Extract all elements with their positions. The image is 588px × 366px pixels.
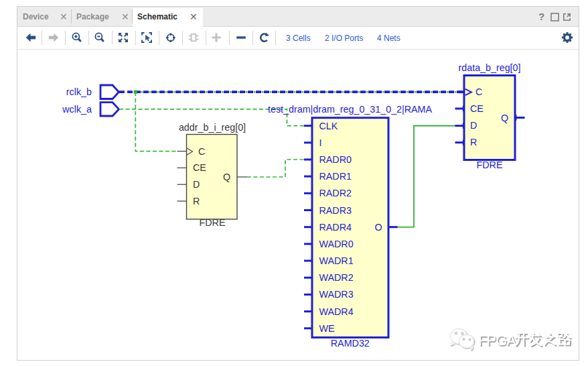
svg-text:WADR1: WADR1 bbox=[319, 255, 354, 266]
svg-text:WADR2: WADR2 bbox=[319, 272, 354, 283]
svg-text:O: O bbox=[374, 222, 382, 233]
svg-text:addr_b_i_reg[0]: addr_b_i_reg[0] bbox=[179, 122, 246, 133]
svg-text:WADR3: WADR3 bbox=[319, 289, 354, 300]
svg-text:FPGA: FPGA bbox=[478, 332, 516, 349]
svg-text:WADR0: WADR0 bbox=[319, 239, 354, 249]
svg-text:Q: Q bbox=[501, 113, 508, 123]
svg-text:RAMD32: RAMD32 bbox=[331, 338, 370, 349]
svg-text:RADR2: RADR2 bbox=[319, 188, 352, 198]
svg-text:WADR4: WADR4 bbox=[319, 306, 354, 317]
svg-text:rdata_b_reg[0]: rdata_b_reg[0] bbox=[459, 62, 521, 73]
svg-text:test_dram|dram_reg_0_31_0_2|RA: test_dram|dram_reg_0_31_0_2|RAMA bbox=[268, 104, 433, 115]
svg-text:C: C bbox=[198, 146, 205, 157]
svg-text:wclk_a: wclk_a bbox=[62, 104, 92, 115]
svg-text:FDRE: FDRE bbox=[200, 217, 226, 228]
svg-text:Q: Q bbox=[223, 172, 230, 182]
svg-text:D: D bbox=[470, 120, 477, 131]
svg-text:RADR0: RADR0 bbox=[319, 154, 352, 165]
svg-text:rclk_b: rclk_b bbox=[66, 86, 92, 97]
svg-text:D: D bbox=[193, 179, 200, 190]
svg-text:RADR4: RADR4 bbox=[319, 222, 352, 233]
svg-text:CE: CE bbox=[470, 103, 484, 114]
svg-text:C: C bbox=[475, 86, 482, 97]
svg-text:CLK: CLK bbox=[319, 121, 338, 131]
svg-text:RADR3: RADR3 bbox=[319, 205, 352, 216]
svg-text:WE: WE bbox=[319, 323, 335, 334]
svg-text:R: R bbox=[193, 196, 200, 206]
svg-text:CE: CE bbox=[193, 162, 206, 173]
svg-text:RADR1: RADR1 bbox=[319, 171, 352, 182]
svg-text:I: I bbox=[319, 137, 322, 148]
svg-text:FDRE: FDRE bbox=[477, 160, 503, 170]
svg-text:R: R bbox=[470, 137, 477, 147]
